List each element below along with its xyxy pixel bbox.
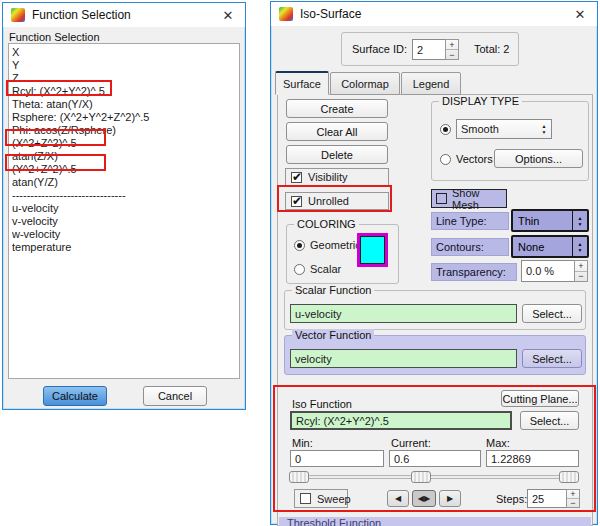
step-both-button[interactable]: ◀▶ (412, 490, 436, 507)
max-field[interactable]: 1.22869 (486, 450, 579, 467)
vector-function-title: Vector Function (292, 329, 374, 341)
scalar-select-button[interactable]: Select... (522, 304, 582, 323)
app-icon (11, 8, 25, 22)
spin-down-icon[interactable]: − (575, 272, 587, 282)
clear-all-button[interactable]: Clear All (286, 122, 388, 141)
steps-field[interactable]: 25 (527, 489, 567, 508)
iso-surface-titlebar: Iso-Surface ✕ (271, 2, 597, 26)
coloring-group: COLORING Geometric Scalar (286, 224, 399, 284)
screen: Function Selection ✕ Function Selection … (0, 0, 600, 526)
min-field[interactable]: 0 (290, 450, 384, 467)
slider-current-handle[interactable] (411, 471, 431, 483)
coloring-title: COLORING (294, 218, 359, 230)
list-item-xz[interactable]: (X^2+Z^2)^.5 (9, 137, 239, 150)
check-icon (291, 196, 302, 207)
geometric-radio-row[interactable]: Geometric (294, 239, 361, 251)
updown-arrows-icon (573, 241, 587, 253)
close-icon[interactable]: ✕ (219, 6, 237, 24)
list-item[interactable]: Z (9, 72, 239, 85)
function-selection-label: Function Selection (9, 31, 100, 43)
unrolled-checkbox[interactable]: Unrolled (285, 192, 389, 210)
window-title: Iso-Surface (300, 7, 361, 21)
vectors-label: Vectors (456, 153, 493, 165)
list-item-yz[interactable]: (Y^2+Z^2)^.5 (9, 163, 239, 176)
contours-dropdown[interactable]: None (511, 235, 589, 258)
vector-function-group: Vector Function velocity Select... (284, 335, 586, 375)
list-item[interactable]: Phi: acos(Z/Rsphere) (9, 124, 239, 137)
list-item[interactable]: Y (9, 59, 239, 72)
app-icon (279, 7, 293, 21)
steps-label: Steps: (496, 493, 527, 505)
min-label: Min: (292, 437, 313, 449)
smooth-radio-icon[interactable] (440, 124, 451, 135)
iso-function-label: Iso Function (292, 398, 352, 410)
threshold-function-label: Threshold Function (279, 517, 591, 526)
scalar-function-field[interactable]: u-velocity (290, 304, 517, 323)
close-icon[interactable]: ✕ (571, 5, 589, 23)
updown-arrows-icon (537, 123, 551, 135)
list-item[interactable]: v-velocity (9, 215, 239, 228)
iso-select-button[interactable]: Select... (520, 411, 579, 430)
vectors-radio-icon[interactable] (440, 154, 451, 165)
options-button[interactable]: Options... (494, 149, 583, 168)
current-field[interactable]: 0.6 (389, 450, 481, 467)
sweep-checkbox[interactable]: Sweep (294, 489, 348, 508)
list-item[interactable]: atan(Z/X) (9, 150, 239, 163)
spin-down-icon[interactable]: − (567, 499, 579, 507)
list-item-rcyl[interactable]: Rcyl: (X^2+Y^2)^.5 (9, 85, 239, 98)
radio-selected-icon (294, 240, 305, 251)
geometric-label: Geometric (310, 239, 361, 251)
list-item[interactable]: w-velocity (9, 228, 239, 241)
tab-colormap[interactable]: Colormap (330, 72, 400, 95)
cutting-plane-button[interactable]: Cutting Plane... (501, 390, 579, 407)
transparency-field[interactable]: 0.0 % (521, 260, 575, 282)
iso-slider-track[interactable] (289, 475, 579, 479)
total-label: Total: 2 (474, 43, 509, 55)
display-type-title: DISPLAY TYPE (439, 95, 522, 107)
list-item[interactable]: Rsphere: (X^2+Y^2+Z^2)^.5 (9, 111, 239, 124)
tab-surface[interactable]: Surface (275, 71, 329, 95)
step-back-button[interactable]: ◀ (387, 490, 409, 507)
create-button[interactable]: Create (286, 99, 388, 118)
checkbox-icon (436, 193, 447, 204)
visibility-checkbox[interactable]: Visibility (285, 168, 389, 186)
transparency-label: Transparency: (431, 263, 517, 281)
slider-min-handle[interactable] (289, 471, 309, 483)
list-item[interactable]: u-velocity (9, 202, 239, 215)
steps-spinner[interactable]: + − (566, 489, 580, 508)
surface-id-spinner[interactable]: + − (445, 39, 459, 60)
list-item[interactable]: atan(Y/Z) (9, 176, 239, 189)
step-back-icon: ◀ (395, 494, 401, 503)
function-selection-window: Function Selection ✕ Function Selection … (2, 2, 246, 410)
list-item[interactable]: X (9, 46, 239, 59)
function-listbox[interactable]: X Y Z Rcyl: (X^2+Y^2)^.5 Theta: atan(Y/X… (8, 43, 240, 379)
scalar-function-group: Scalar Function u-velocity Select... (284, 290, 586, 330)
spin-down-icon[interactable]: − (446, 50, 458, 59)
line-type-label: Line Type: (431, 212, 509, 230)
vector-select-button[interactable]: Select... (522, 349, 582, 368)
smooth-combobox[interactable]: Smooth (456, 119, 552, 139)
spin-up-icon[interactable]: + (446, 40, 458, 50)
show-mesh-label: Show Mesh (452, 187, 506, 211)
line-type-dropdown[interactable]: Thin (511, 209, 589, 232)
delete-button[interactable]: Delete (286, 145, 388, 164)
list-item[interactable]: Theta: atan(Y/X) (9, 98, 239, 111)
vector-function-field[interactable]: velocity (290, 349, 517, 368)
step-forward-button[interactable]: ▶ (439, 490, 461, 507)
contours-label: Contours: (431, 238, 509, 256)
list-item[interactable]: temperature (9, 241, 239, 254)
spin-up-icon[interactable]: + (575, 261, 587, 272)
surface-id-field[interactable]: 2 (412, 39, 446, 60)
scalar-radio-row[interactable]: Scalar (294, 263, 341, 275)
calculate-button[interactable]: Calculate (43, 386, 107, 406)
color-swatch[interactable] (357, 233, 388, 267)
tab-legend[interactable]: Legend (401, 72, 461, 95)
cancel-button[interactable]: Cancel (143, 386, 207, 406)
show-mesh-checkbox[interactable]: Show Mesh (431, 189, 507, 208)
visibility-label: Visibility (308, 171, 348, 183)
slider-max-handle[interactable] (559, 471, 579, 483)
transparency-spinner[interactable]: + − (574, 260, 588, 282)
threshold-function-partial: Threshold Function (279, 517, 591, 526)
step-both-icon: ◀▶ (418, 494, 430, 503)
iso-function-field[interactable]: Rcyl: (X^2+Y^2)^.5 (290, 411, 512, 430)
